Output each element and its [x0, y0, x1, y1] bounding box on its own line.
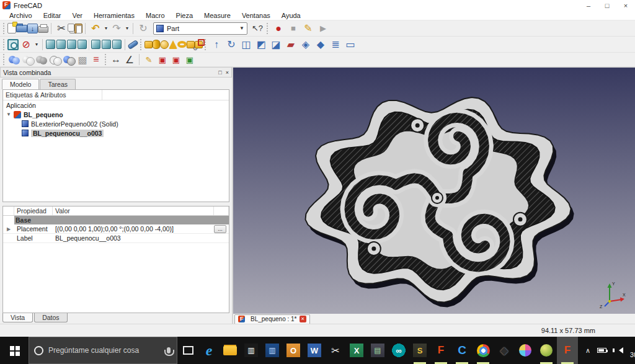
tab-tareas[interactable]: Tareas — [40, 79, 76, 89]
freecad-icon[interactable]: F — [430, 337, 451, 364]
clipping-icon[interactable] — [127, 39, 139, 49]
common-icon[interactable] — [48, 53, 62, 66]
primitive-cone-icon[interactable] — [169, 40, 177, 49]
tree-item-solid[interactable]: BLexteriorPequeno002 (Solid) — [3, 119, 229, 128]
measure-toggle-delta-icon[interactable]: ▣ — [183, 53, 197, 66]
front-view-icon[interactable] — [56, 40, 66, 49]
store-icon[interactable]: ▥ — [241, 337, 262, 364]
macro-record-icon[interactable]: ● — [271, 22, 286, 35]
redo-dropdown-icon[interactable]: ▾ — [124, 22, 130, 35]
primitive-torus-icon[interactable] — [177, 41, 187, 48]
task-view-icon[interactable] — [177, 337, 198, 364]
menu-macro[interactable]: Macro — [140, 12, 171, 19]
viewport-3d[interactable]: Y X Z — [233, 67, 635, 314]
word-icon[interactable]: W — [304, 337, 325, 364]
measure-angular-icon[interactable]: ∠ — [123, 53, 136, 66]
boolean-icon[interactable] — [7, 53, 21, 66]
cut-icon[interactable]: ✂ — [54, 22, 69, 35]
undo-icon[interactable]: ↶ — [88, 22, 103, 35]
tray-chevron-icon[interactable]: ∧ — [585, 347, 590, 355]
ruled-surface-icon[interactable]: ▰ — [283, 38, 298, 51]
edge-icon[interactable]: e — [198, 337, 220, 364]
menu-ventanas[interactable]: Ventanas — [236, 12, 276, 19]
fillet-icon[interactable]: ◩ — [254, 38, 269, 51]
paint-icon[interactable] — [515, 337, 536, 364]
measure-toggle-all-icon[interactable]: ▣ — [156, 53, 169, 66]
cura-icon[interactable]: C — [451, 337, 473, 364]
search-input[interactable] — [48, 346, 162, 355]
thickness-icon[interactable]: ▭ — [343, 38, 358, 51]
menu-ayuda[interactable]: Ayuda — [276, 12, 306, 19]
paste-icon[interactable] — [74, 24, 82, 33]
microphone-icon[interactable] — [167, 347, 171, 353]
globe-app-icon[interactable] — [536, 337, 557, 364]
primitives-dialog-icon[interactable] — [187, 41, 195, 48]
defeaturing-icon[interactable]: ▩ — [76, 53, 89, 66]
top-view-icon[interactable] — [67, 40, 76, 49]
freecad-active-icon[interactable]: F — [557, 337, 578, 364]
battery-icon[interactable] — [597, 348, 606, 353]
measure-toggle-3d-icon[interactable]: ▣ — [169, 53, 183, 66]
undo-dropdown-icon[interactable]: ▾ — [103, 22, 109, 35]
refresh-icon[interactable]: ↻ — [136, 22, 151, 35]
check-geometry-icon[interactable] — [62, 53, 76, 66]
menu-measure[interactable]: Measure — [198, 12, 236, 19]
cortana-search[interactable] — [29, 337, 177, 364]
float-panel-icon[interactable]: □ — [218, 69, 221, 76]
document-tab[interactable]: BL_pequeno : 1* × — [234, 314, 310, 324]
outlook-icon[interactable]: O — [283, 337, 304, 364]
inkscape-icon[interactable]: ◆ — [494, 337, 515, 364]
extrude-icon[interactable]: ↑ — [209, 38, 224, 51]
expand-chevron-icon[interactable]: ▼ — [5, 112, 12, 117]
placement-edit-button[interactable]: ... — [214, 225, 226, 233]
tree-item-selected[interactable]: BL_pequenocu__o003 — [3, 128, 229, 138]
menu-archivo[interactable]: Archivo — [4, 12, 38, 19]
bottom-view-icon[interactable] — [102, 40, 111, 49]
whats-this-icon[interactable]: ↖? — [250, 22, 265, 35]
arduino-icon[interactable]: ∞ — [388, 337, 409, 364]
restore-button[interactable]: □ — [598, 0, 616, 11]
draw-style-icon[interactable]: ⊘ — [19, 38, 33, 51]
file-explorer-icon[interactable] — [220, 337, 241, 364]
speaker-icon[interactable] — [616, 347, 623, 353]
primitive-box-icon[interactable] — [144, 41, 153, 48]
tab-modelo[interactable]: Modelo — [2, 79, 39, 89]
cut-boolean-icon[interactable] — [21, 53, 35, 66]
excel-icon[interactable]: X — [346, 337, 367, 364]
axonometric-view-icon[interactable] — [46, 40, 55, 49]
menu-ver[interactable]: Ver — [66, 12, 88, 19]
macro-stop-icon[interactable]: ■ — [286, 22, 301, 35]
property-row-placement[interactable]: ▶ Placement [(0,00 0,00 1,00);0,00 °;(0,… — [3, 224, 229, 234]
menu-pieza[interactable]: Pieza — [171, 12, 199, 19]
chrome-icon[interactable] — [473, 337, 494, 364]
new-file-icon[interactable] — [7, 23, 16, 33]
close-tab-icon[interactable]: × — [300, 316, 306, 322]
mirror-icon[interactable]: ◫ — [239, 38, 254, 51]
cross-sections-icon[interactable]: ≡ — [89, 53, 103, 66]
start-button[interactable] — [0, 337, 29, 364]
primitive-cylinder-icon[interactable] — [153, 40, 160, 49]
menu-editar[interactable]: Editar — [38, 12, 67, 19]
sweep-icon[interactable]: ◆ — [313, 38, 328, 51]
snipping-tool-icon[interactable]: ✂ — [325, 337, 346, 364]
redo-icon[interactable]: ↷ — [109, 22, 124, 35]
save-icon[interactable]: ↓ — [27, 24, 38, 33]
expand-chevron-icon[interactable]: ▶ — [3, 226, 14, 232]
offset-icon[interactable]: ≣ — [328, 38, 343, 51]
close-panel-icon[interactable]: × — [226, 69, 229, 76]
property-row-label[interactable]: Label BL_pequenocu__o003 — [3, 234, 229, 243]
union-icon[interactable] — [35, 53, 48, 66]
draw-style-dropdown-icon[interactable]: ▾ — [33, 38, 40, 51]
measure-linear-icon[interactable]: ↔ — [109, 53, 123, 66]
right-view-icon[interactable] — [78, 40, 87, 49]
tab-datos[interactable]: Datos — [34, 313, 67, 322]
minimize-button[interactable]: – — [579, 0, 598, 11]
open-file-icon[interactable] — [16, 25, 27, 32]
left-view-icon[interactable] — [112, 40, 122, 49]
print-icon[interactable] — [38, 26, 48, 33]
macro-play-icon[interactable]: ▶ — [316, 22, 331, 35]
fit-all-icon[interactable] — [7, 39, 19, 50]
primitive-sphere-icon[interactable] — [160, 40, 169, 49]
tab-vista[interactable]: Vista — [2, 313, 33, 322]
revolve-icon[interactable]: ↻ — [224, 38, 239, 51]
